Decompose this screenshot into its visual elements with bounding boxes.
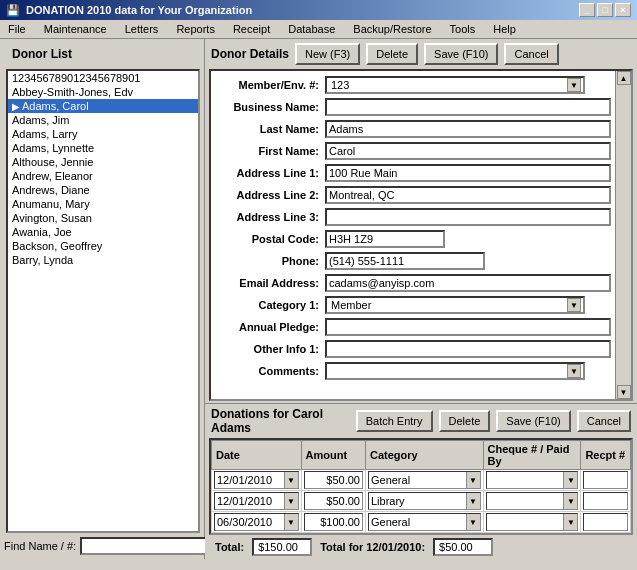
category1-combo[interactable]: Member ▼	[325, 296, 585, 314]
date-combo-1[interactable]: 12/01/2010 ▼	[214, 471, 299, 489]
category1-row: Category 1: Member ▼	[215, 295, 611, 315]
last-name-input[interactable]	[325, 120, 611, 138]
cheque-combo-3[interactable]: ▼	[486, 513, 579, 531]
list-item[interactable]: 123456789012345678901	[8, 71, 198, 85]
batch-entry-button[interactable]: Batch Entry	[356, 410, 433, 432]
member-env-combo[interactable]: 123 ▼	[325, 76, 585, 94]
business-name-label: Business Name:	[215, 101, 325, 113]
category-combo-2[interactable]: Library ▼	[368, 492, 481, 510]
scroll-up-button[interactable]: ▲	[617, 71, 631, 85]
address3-label: Address Line 3:	[215, 211, 325, 223]
comments-dropdown-icon[interactable]: ▼	[567, 364, 581, 378]
donation-category-cell: Library ▼	[365, 491, 483, 512]
business-name-input[interactable]	[325, 98, 611, 116]
postal-code-input[interactable]	[325, 230, 445, 248]
category-dropdown-2[interactable]: ▼	[466, 493, 480, 509]
date-combo-3[interactable]: 06/30/2010 ▼	[214, 513, 299, 531]
annual-pledge-label: Annual Pledge:	[215, 321, 325, 333]
menu-help[interactable]: Help	[489, 22, 520, 36]
list-item[interactable]: Adams, Jim	[8, 113, 198, 127]
other-info1-row: Other Info 1:	[215, 339, 611, 359]
cheque-dropdown-1[interactable]: ▼	[563, 472, 577, 488]
postal-code-row: Postal Code:	[215, 229, 611, 249]
title-bar: 💾 DONATION 2010 data for Your Organizati…	[0, 0, 637, 20]
menu-file[interactable]: File	[4, 22, 30, 36]
member-env-dropdown-icon[interactable]: ▼	[567, 78, 581, 92]
cheque-combo-1[interactable]: ▼	[486, 471, 579, 489]
date-combo-2[interactable]: 12/01/2010 ▼	[214, 492, 299, 510]
amount-input-1[interactable]	[304, 471, 363, 489]
list-item[interactable]: Barry, Lynda	[8, 253, 198, 267]
date-dropdown-1[interactable]: ▼	[284, 472, 298, 488]
list-item[interactable]: Andrew, Eleanor	[8, 169, 198, 183]
cheque-dropdown-3[interactable]: ▼	[563, 514, 577, 530]
minimize-button[interactable]: _	[579, 3, 595, 17]
donations-save-button[interactable]: Save (F10)	[496, 410, 570, 432]
menu-reports[interactable]: Reports	[172, 22, 219, 36]
phone-row: Phone:	[215, 251, 611, 271]
last-name-row: Last Name:	[215, 119, 611, 139]
email-input[interactable]	[325, 274, 611, 292]
donor-list[interactable]: 123456789012345678901 Abbey-Smith-Jones,…	[6, 69, 200, 533]
cancel-button[interactable]: Cancel	[504, 43, 558, 65]
donation-row: 12/01/2010 ▼ Library ▼	[212, 491, 631, 512]
new-button[interactable]: New (F3)	[295, 43, 360, 65]
address3-input[interactable]	[325, 208, 611, 226]
date-dropdown-2[interactable]: ▼	[284, 493, 298, 509]
other-info1-label: Other Info 1:	[215, 343, 325, 355]
menu-database[interactable]: Database	[284, 22, 339, 36]
total-label: Total:	[215, 541, 244, 553]
save-button[interactable]: Save (F10)	[424, 43, 498, 65]
maximize-button[interactable]: □	[597, 3, 613, 17]
donations-delete-button[interactable]: Delete	[439, 410, 491, 432]
address1-input[interactable]	[325, 164, 611, 182]
scroll-down-button[interactable]: ▼	[617, 385, 631, 399]
col-amount: Amount	[301, 441, 365, 470]
first-name-input[interactable]	[325, 142, 611, 160]
menu-letters[interactable]: Letters	[121, 22, 163, 36]
category-dropdown-1[interactable]: ▼	[466, 472, 480, 488]
list-item[interactable]: Althouse, Jennie	[8, 155, 198, 169]
list-item[interactable]: Adams, Lynnette	[8, 141, 198, 155]
category-combo-1[interactable]: General ▼	[368, 471, 481, 489]
list-item[interactable]: Andrews, Diane	[8, 183, 198, 197]
phone-input[interactable]	[325, 252, 485, 270]
list-item[interactable]: Abbey-Smith-Jones, Edv	[8, 85, 198, 99]
list-item[interactable]: Adams, Larry	[8, 127, 198, 141]
list-item[interactable]: Awania, Joe	[8, 225, 198, 239]
address1-label: Address Line 1:	[215, 167, 325, 179]
donor-list-title: Donor List	[6, 43, 78, 65]
cheque-dropdown-2[interactable]: ▼	[563, 493, 577, 509]
col-recpt: Recpt #	[581, 441, 631, 470]
list-item[interactable]: Anumanu, Mary	[8, 197, 198, 211]
email-row: Email Address:	[215, 273, 611, 293]
amount-input-3[interactable]	[304, 513, 363, 531]
address2-input[interactable]	[325, 186, 611, 204]
delete-button[interactable]: Delete	[366, 43, 418, 65]
recpt-input-3[interactable]	[583, 513, 628, 531]
business-name-row: Business Name:	[215, 97, 611, 117]
menu-backup-restore[interactable]: Backup/Restore	[349, 22, 435, 36]
menu-receipt[interactable]: Receipt	[229, 22, 274, 36]
menu-maintenance[interactable]: Maintenance	[40, 22, 111, 36]
comments-combo[interactable]: ▼	[325, 362, 585, 380]
other-info1-input[interactable]	[325, 340, 611, 358]
list-item[interactable]: Avington, Susan	[8, 211, 198, 225]
category1-dropdown-icon[interactable]: ▼	[567, 298, 581, 312]
recpt-input-2[interactable]	[583, 492, 628, 510]
donation-cheque-cell: ▼	[483, 491, 581, 512]
cheque-combo-2[interactable]: ▼	[486, 492, 579, 510]
list-item[interactable]: Backson, Geoffrey	[8, 239, 198, 253]
date-dropdown-3[interactable]: ▼	[284, 514, 298, 530]
category-combo-3[interactable]: General ▼	[368, 513, 481, 531]
donations-cancel-button[interactable]: Cancel	[577, 410, 631, 432]
recpt-input-1[interactable]	[583, 471, 628, 489]
list-item-selected[interactable]: ▶ Adams, Carol	[8, 99, 198, 113]
form-scrollbar[interactable]: ▲ ▼	[615, 71, 631, 399]
app-icon: 💾	[6, 4, 20, 17]
close-button[interactable]: ×	[615, 3, 631, 17]
annual-pledge-input[interactable]	[325, 318, 611, 336]
amount-input-2[interactable]	[304, 492, 363, 510]
menu-tools[interactable]: Tools	[446, 22, 480, 36]
category-dropdown-3[interactable]: ▼	[466, 514, 480, 530]
